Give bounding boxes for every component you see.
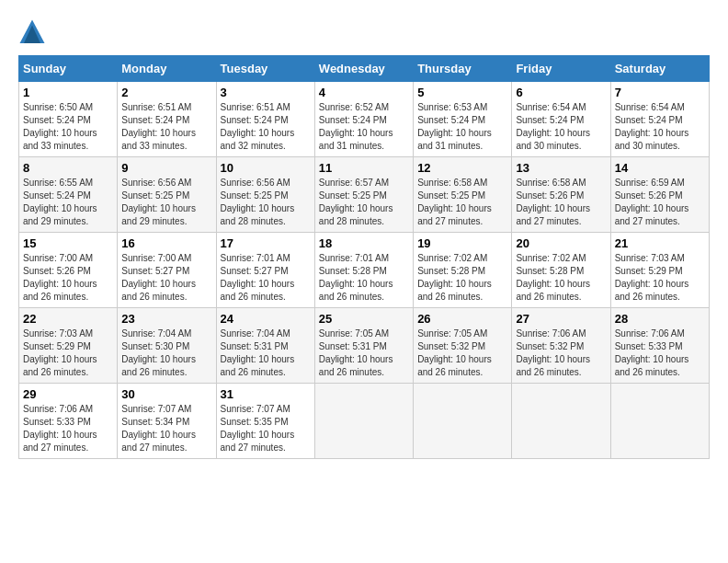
- day-number: 10: [221, 161, 311, 175]
- day-info: Sunrise: 7:05 AM Sunset: 5:31 PM Dayligh…: [319, 327, 409, 379]
- calendar-day: 15Sunrise: 7:00 AM Sunset: 5:26 PM Dayli…: [19, 233, 118, 308]
- day-info: Sunrise: 7:03 AM Sunset: 5:29 PM Dayligh…: [23, 327, 113, 379]
- day-info: Sunrise: 7:02 AM Sunset: 5:28 PM Dayligh…: [417, 252, 507, 304]
- calendar-day: 9Sunrise: 6:56 AM Sunset: 5:25 PM Daylig…: [118, 157, 216, 233]
- day-number: 12: [417, 161, 507, 175]
- calendar-day: 28Sunrise: 7:06 AM Sunset: 5:33 PM Dayli…: [610, 308, 709, 384]
- day-number: 20: [516, 236, 606, 250]
- day-info: Sunrise: 7:07 AM Sunset: 5:35 PM Dayligh…: [221, 403, 311, 454]
- calendar-empty: [414, 384, 512, 459]
- calendar-day: 30Sunrise: 7:07 AM Sunset: 5:34 PM Dayli…: [118, 384, 216, 459]
- calendar-body: 1Sunrise: 6:50 AM Sunset: 5:24 PM Daylig…: [19, 82, 710, 459]
- day-info: Sunrise: 6:59 AM Sunset: 5:26 PM Dayligh…: [615, 177, 705, 228]
- calendar-day: 18Sunrise: 7:01 AM Sunset: 5:28 PM Dayli…: [314, 233, 413, 308]
- day-number: 31: [221, 387, 311, 401]
- logo-icon: [18, 18, 46, 46]
- calendar-day: 31Sunrise: 7:07 AM Sunset: 5:35 PM Dayli…: [216, 384, 314, 459]
- day-number: 8: [23, 161, 113, 175]
- calendar-day: 21Sunrise: 7:03 AM Sunset: 5:29 PM Dayli…: [610, 233, 709, 308]
- weekday-header: Thursday: [414, 56, 512, 82]
- day-number: 23: [121, 312, 211, 326]
- calendar-empty: [512, 384, 610, 459]
- day-number: 2: [121, 86, 211, 99]
- calendar-day: 19Sunrise: 7:02 AM Sunset: 5:28 PM Dayli…: [414, 233, 512, 308]
- day-number: 6: [516, 86, 606, 99]
- calendar-day: 7Sunrise: 6:54 AM Sunset: 5:24 PM Daylig…: [610, 82, 709, 157]
- day-info: Sunrise: 7:06 AM Sunset: 5:33 PM Dayligh…: [615, 327, 705, 379]
- calendar-day: 4Sunrise: 6:52 AM Sunset: 5:24 PM Daylig…: [314, 82, 413, 157]
- day-number: 24: [221, 312, 311, 326]
- calendar-day: 23Sunrise: 7:04 AM Sunset: 5:30 PM Dayli…: [118, 308, 216, 384]
- weekday-header: Saturday: [610, 56, 709, 82]
- calendar-day: 5Sunrise: 6:53 AM Sunset: 5:24 PM Daylig…: [414, 82, 512, 157]
- day-info: Sunrise: 7:03 AM Sunset: 5:29 PM Dayligh…: [615, 252, 705, 304]
- day-info: Sunrise: 7:06 AM Sunset: 5:32 PM Dayligh…: [516, 327, 606, 379]
- day-number: 3: [221, 86, 311, 99]
- weekday-header: Monday: [118, 56, 216, 82]
- weekday-header: Friday: [512, 56, 610, 82]
- day-number: 26: [417, 312, 507, 326]
- calendar-empty: [314, 384, 413, 459]
- calendar-day: 2Sunrise: 6:51 AM Sunset: 5:24 PM Daylig…: [118, 82, 216, 157]
- day-number: 22: [23, 312, 113, 326]
- day-number: 27: [516, 312, 606, 326]
- day-info: Sunrise: 7:00 AM Sunset: 5:26 PM Dayligh…: [23, 252, 113, 304]
- day-number: 16: [121, 236, 211, 250]
- weekday-header: Sunday: [19, 56, 118, 82]
- calendar-week-row: 22Sunrise: 7:03 AM Sunset: 5:29 PM Dayli…: [19, 308, 710, 384]
- logo: [18, 18, 50, 46]
- calendar-day: 6Sunrise: 6:54 AM Sunset: 5:24 PM Daylig…: [512, 82, 610, 157]
- day-number: 5: [417, 86, 507, 99]
- calendar-day: 1Sunrise: 6:50 AM Sunset: 5:24 PM Daylig…: [19, 82, 118, 157]
- calendar-day: 22Sunrise: 7:03 AM Sunset: 5:29 PM Dayli…: [19, 308, 118, 384]
- day-number: 14: [615, 161, 705, 175]
- calendar-empty: [610, 384, 709, 459]
- day-number: 25: [319, 312, 409, 326]
- calendar-day: 10Sunrise: 6:56 AM Sunset: 5:25 PM Dayli…: [216, 157, 314, 233]
- calendar-week-row: 8Sunrise: 6:55 AM Sunset: 5:24 PM Daylig…: [19, 157, 710, 233]
- day-number: 21: [615, 236, 705, 250]
- day-info: Sunrise: 7:07 AM Sunset: 5:34 PM Dayligh…: [121, 403, 211, 454]
- day-info: Sunrise: 7:04 AM Sunset: 5:30 PM Dayligh…: [121, 327, 211, 379]
- calendar-header-row: SundayMondayTuesdayWednesdayThursdayFrid…: [19, 56, 710, 82]
- calendar-day: 14Sunrise: 6:59 AM Sunset: 5:26 PM Dayli…: [610, 157, 709, 233]
- calendar-table: SundayMondayTuesdayWednesdayThursdayFrid…: [18, 55, 710, 459]
- weekday-header: Tuesday: [216, 56, 314, 82]
- day-info: Sunrise: 6:56 AM Sunset: 5:25 PM Dayligh…: [221, 177, 311, 228]
- day-info: Sunrise: 6:57 AM Sunset: 5:25 PM Dayligh…: [319, 177, 409, 228]
- calendar-day: 25Sunrise: 7:05 AM Sunset: 5:31 PM Dayli…: [314, 308, 413, 384]
- calendar-day: 11Sunrise: 6:57 AM Sunset: 5:25 PM Dayli…: [314, 157, 413, 233]
- day-info: Sunrise: 6:58 AM Sunset: 5:25 PM Dayligh…: [417, 177, 507, 228]
- calendar-day: 8Sunrise: 6:55 AM Sunset: 5:24 PM Daylig…: [19, 157, 118, 233]
- calendar-week-row: 29Sunrise: 7:06 AM Sunset: 5:33 PM Dayli…: [19, 384, 710, 459]
- page-header: [18, 18, 710, 46]
- day-number: 18: [319, 236, 409, 250]
- day-info: Sunrise: 6:51 AM Sunset: 5:24 PM Dayligh…: [221, 101, 311, 153]
- day-info: Sunrise: 7:02 AM Sunset: 5:28 PM Dayligh…: [516, 252, 606, 304]
- day-number: 28: [615, 312, 705, 326]
- day-number: 29: [23, 387, 113, 401]
- calendar-week-row: 15Sunrise: 7:00 AM Sunset: 5:26 PM Dayli…: [19, 233, 710, 308]
- calendar-day: 17Sunrise: 7:01 AM Sunset: 5:27 PM Dayli…: [216, 233, 314, 308]
- day-info: Sunrise: 6:54 AM Sunset: 5:24 PM Dayligh…: [516, 101, 606, 153]
- day-info: Sunrise: 6:53 AM Sunset: 5:24 PM Dayligh…: [417, 101, 507, 153]
- calendar-day: 13Sunrise: 6:58 AM Sunset: 5:26 PM Dayli…: [512, 157, 610, 233]
- day-info: Sunrise: 7:05 AM Sunset: 5:32 PM Dayligh…: [417, 327, 507, 379]
- day-number: 7: [615, 86, 705, 99]
- day-info: Sunrise: 7:00 AM Sunset: 5:27 PM Dayligh…: [121, 252, 211, 304]
- day-info: Sunrise: 6:50 AM Sunset: 5:24 PM Dayligh…: [23, 101, 113, 153]
- calendar-day: 3Sunrise: 6:51 AM Sunset: 5:24 PM Daylig…: [216, 82, 314, 157]
- day-number: 1: [23, 86, 113, 99]
- day-number: 11: [319, 161, 409, 175]
- day-info: Sunrise: 6:52 AM Sunset: 5:24 PM Dayligh…: [319, 101, 409, 153]
- calendar-day: 16Sunrise: 7:00 AM Sunset: 5:27 PM Dayli…: [118, 233, 216, 308]
- day-info: Sunrise: 6:55 AM Sunset: 5:24 PM Dayligh…: [23, 177, 113, 228]
- calendar-day: 12Sunrise: 6:58 AM Sunset: 5:25 PM Dayli…: [414, 157, 512, 233]
- day-number: 4: [319, 86, 409, 99]
- day-number: 9: [121, 161, 211, 175]
- calendar-day: 24Sunrise: 7:04 AM Sunset: 5:31 PM Dayli…: [216, 308, 314, 384]
- day-info: Sunrise: 7:04 AM Sunset: 5:31 PM Dayligh…: [221, 327, 311, 379]
- day-info: Sunrise: 7:01 AM Sunset: 5:28 PM Dayligh…: [319, 252, 409, 304]
- calendar-day: 26Sunrise: 7:05 AM Sunset: 5:32 PM Dayli…: [414, 308, 512, 384]
- day-number: 13: [516, 161, 606, 175]
